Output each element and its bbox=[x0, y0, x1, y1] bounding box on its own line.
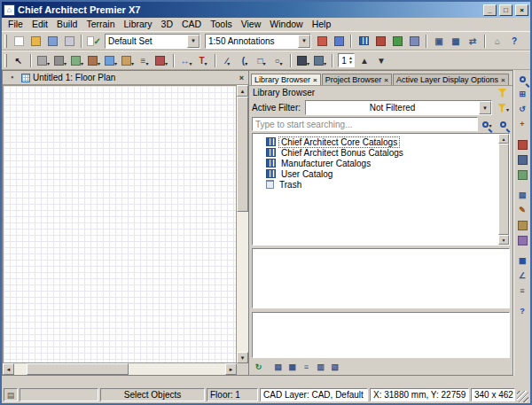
save-plan-icon[interactable] bbox=[44, 34, 60, 49]
scroll-down-icon[interactable]: ▼ bbox=[237, 352, 248, 363]
menu-item-edit[interactable]: Edit bbox=[27, 18, 52, 31]
select-objects-icon[interactable]: ↖ bbox=[11, 53, 27, 68]
text-tools-icon[interactable]: T▾ bbox=[195, 53, 211, 68]
swap-views-icon[interactable]: ⇄ bbox=[465, 34, 481, 49]
dock-handle-icon[interactable]: ▪ bbox=[5, 72, 19, 84]
status-cad-layer[interactable]: CAD Layer: CAD, Default bbox=[260, 388, 368, 401]
menu-item-terrain[interactable]: Terrain bbox=[82, 18, 119, 31]
edit-layers-icon[interactable]: ✎ bbox=[515, 203, 530, 217]
edit-active-toolbar-icon[interactable] bbox=[314, 34, 330, 49]
menu-item-tools[interactable]: Tools bbox=[206, 18, 237, 31]
cad-line-tools-icon[interactable]: ∕▾ bbox=[220, 53, 236, 68]
print-icon[interactable] bbox=[61, 34, 77, 49]
zoom-icon[interactable] bbox=[515, 72, 530, 86]
cabinet-tools-icon[interactable]: ▾ bbox=[120, 53, 136, 68]
horizontal-scrollbar[interactable]: ◄ ► bbox=[3, 363, 237, 375]
chevron-down-icon[interactable]: ▼ bbox=[479, 101, 491, 114]
railing-tools-icon[interactable]: ▾ bbox=[69, 53, 85, 68]
floor-spinner-arrows[interactable]: ▲▼ bbox=[348, 56, 353, 65]
search-options-icon[interactable]: ▾ bbox=[481, 118, 494, 130]
library-tree-item-chief-architect-bonus-catalogs[interactable]: Chief Architect Bonus Catalogs bbox=[266, 147, 497, 158]
stair-tools-icon[interactable]: ≡▾ bbox=[137, 53, 153, 68]
titlebar[interactable]: ⌂ Chief Architect Premier X7 _ □ × bbox=[2, 2, 530, 18]
object-snaps-icon[interactable]: ≡ bbox=[515, 284, 530, 298]
toolbar-grip[interactable] bbox=[4, 35, 7, 48]
cad-box-tools-icon[interactable]: □▾ bbox=[254, 53, 270, 68]
toolbar-grip[interactable] bbox=[4, 54, 7, 67]
menu-item-window[interactable]: Window bbox=[265, 18, 307, 31]
default-set-combo[interactable]: Default Set ▼ bbox=[105, 34, 200, 49]
home-icon[interactable]: ⌂ bbox=[489, 34, 505, 49]
close-drawing-tab-icon[interactable]: × bbox=[238, 74, 246, 82]
new-plan-icon[interactable] bbox=[11, 34, 27, 49]
floor-plan-canvas[interactable] bbox=[3, 85, 237, 363]
help-icon[interactable]: ? bbox=[506, 34, 522, 49]
library-tree-item-chief-architect-core-catalogs[interactable]: Chief Architect Core Catalogs bbox=[266, 136, 497, 147]
pan-window-icon[interactable]: + bbox=[515, 117, 530, 131]
door-tools-icon[interactable]: ▾ bbox=[86, 53, 102, 68]
elevation-view-tools-icon[interactable]: ▾ bbox=[312, 53, 328, 68]
list-view-icon[interactable]: ≡ bbox=[300, 362, 313, 374]
tree-scrollbar[interactable]: ▲ ▼ bbox=[498, 134, 509, 245]
cad-circle-tools-icon[interactable]: ○▾ bbox=[270, 53, 286, 68]
filters-funnel-icon[interactable] bbox=[496, 87, 509, 99]
adjust-lights-icon[interactable] bbox=[515, 233, 530, 247]
roof-tools-icon[interactable]: ▾ bbox=[153, 53, 169, 68]
help-icon[interactable]: ? bbox=[515, 304, 530, 318]
shelf-view-icon[interactable]: ▤ bbox=[271, 362, 285, 374]
scroll-down-icon[interactable]: ▼ bbox=[498, 235, 509, 245]
chevron-down-icon[interactable]: ▼ bbox=[298, 35, 310, 48]
tab-active-layer-display-options[interactable]: Active Layer Display Options × bbox=[393, 74, 509, 85]
library-tree-item-user-catalog[interactable]: User Catalog bbox=[266, 168, 497, 179]
angle-snaps-icon[interactable]: ∠ bbox=[515, 269, 530, 283]
tab-floor-plan[interactable]: Untitled 1: Floor Plan bbox=[21, 73, 115, 82]
fill-window-icon[interactable]: ⊞ bbox=[515, 87, 530, 101]
curved-wall-tools-icon[interactable]: ▾ bbox=[52, 53, 68, 68]
floor-down-icon[interactable]: ▼ bbox=[373, 53, 389, 68]
cad-arc-tools-icon[interactable]: (▾ bbox=[237, 53, 253, 68]
filters-panel-icon[interactable]: ▧ bbox=[328, 362, 341, 374]
library-browser-icon[interactable] bbox=[356, 34, 372, 49]
project-browser-icon[interactable] bbox=[372, 34, 388, 49]
active-filter-combo[interactable]: Not Filtered ▼ bbox=[305, 100, 492, 115]
camera-view-tools-icon[interactable]: ▾ bbox=[295, 53, 311, 68]
layer-display-options-icon[interactable]: ▤ bbox=[515, 188, 530, 202]
tile-view-icon[interactable]: ▦ bbox=[286, 362, 299, 374]
annotation-set-combo[interactable]: 1:50 Annotations ▼ bbox=[205, 34, 311, 49]
h-scroll-thumb[interactable] bbox=[27, 363, 128, 375]
scroll-up-icon[interactable]: ▲ bbox=[237, 85, 248, 97]
current-floor-control[interactable]: 1 ▲▼ bbox=[338, 53, 355, 67]
tab-library-browser[interactable]: Library Browser × bbox=[251, 74, 321, 85]
menu-item-cad[interactable]: CAD bbox=[177, 18, 206, 31]
scroll-left-icon[interactable]: ◄ bbox=[3, 363, 14, 375]
perspective-view-icon[interactable] bbox=[515, 152, 530, 167]
menu-item-view[interactable]: View bbox=[237, 18, 266, 31]
full-camera-icon[interactable] bbox=[515, 137, 530, 152]
reference-display-icon[interactable] bbox=[406, 34, 422, 49]
floor-up-icon[interactable]: ▲ bbox=[356, 53, 372, 68]
open-plan-icon[interactable] bbox=[27, 34, 43, 49]
tile-windows-icon[interactable]: ▦ bbox=[448, 34, 464, 49]
close-tab-icon[interactable]: × bbox=[384, 76, 388, 84]
undo-zoom-icon[interactable]: ↺ bbox=[515, 102, 530, 116]
add-filter-funnel-icon[interactable]: ▾ bbox=[497, 102, 510, 114]
tab-project-browser[interactable]: Project Browser × bbox=[322, 74, 392, 85]
preview-pane-icon[interactable]: ▥ bbox=[314, 362, 327, 374]
active-defaults-icon[interactable]: ✓ bbox=[86, 34, 102, 49]
library-search-input[interactable] bbox=[252, 117, 478, 131]
menu-item-help[interactable]: Help bbox=[308, 18, 336, 31]
refresh-library-icon[interactable]: ↻ bbox=[252, 362, 265, 374]
customize-toolbar-icon[interactable] bbox=[331, 34, 347, 49]
material-painter-icon[interactable] bbox=[515, 218, 530, 232]
tree-scroll-thumb[interactable] bbox=[498, 144, 509, 235]
update-library-catalogs-icon[interactable] bbox=[389, 34, 405, 49]
library-tree-item-manufacturer-catalogs[interactable]: Manufacturer Catalogs bbox=[266, 158, 497, 168]
menu-item-file[interactable]: File bbox=[4, 18, 27, 31]
resize-grip[interactable] bbox=[517, 391, 528, 402]
v-scroll-thumb[interactable] bbox=[237, 97, 248, 212]
cascade-windows-icon[interactable]: ▣ bbox=[431, 34, 447, 49]
vertical-scrollbar[interactable]: ▲ ▼ bbox=[237, 85, 248, 363]
window-tools-icon[interactable]: ▾ bbox=[103, 53, 119, 68]
grid-snaps-icon[interactable]: ▦ bbox=[515, 253, 530, 268]
dimension-tools-icon[interactable]: ↔▾ bbox=[178, 53, 194, 68]
